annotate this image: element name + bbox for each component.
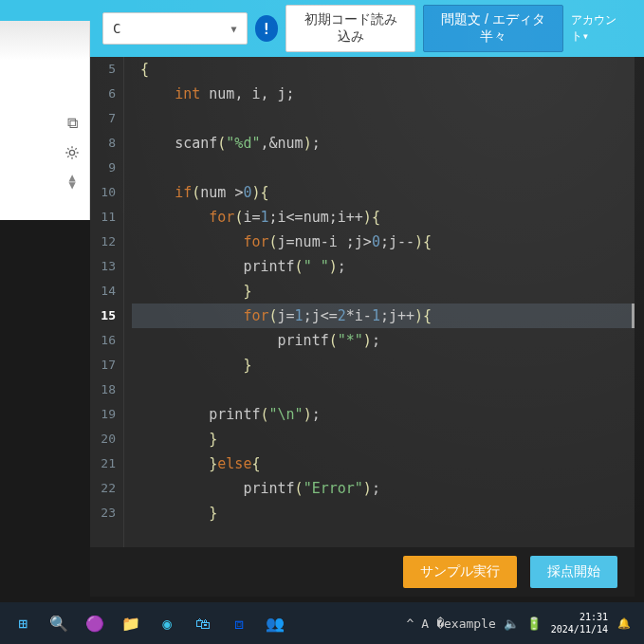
code-line[interactable]: }	[132, 353, 635, 377]
line-number: 20	[90, 427, 116, 451]
code-line[interactable]: }	[132, 501, 635, 525]
dropbox-icon[interactable]: ⧈	[226, 610, 252, 636]
line-number: 21	[90, 451, 116, 476]
search-icon[interactable]: 🔍	[46, 610, 72, 636]
teams-icon[interactable]: 👥	[262, 610, 288, 636]
taskbar-right: ^ A �example 🔈 🔋 21:31 2024/11/14 🔔	[407, 611, 645, 635]
code-line[interactable]: {	[132, 57, 635, 82]
ime-indicator[interactable]: A	[421, 616, 429, 631]
exclamation-icon: !	[262, 20, 271, 38]
taskbar-left: ⊞ 🔍 🟣 📁 ◉ 🛍 ⧈ 👥	[0, 610, 288, 636]
topbar-right: アカウント▾	[571, 12, 635, 45]
code-line[interactable]	[132, 106, 635, 131]
code-line[interactable]	[132, 377, 635, 402]
line-number: 16	[90, 328, 116, 353]
code-line[interactable]: printf("\n");	[132, 402, 635, 427]
code-line[interactable]: for(j=1;j<=2*i-1;j++){	[132, 304, 635, 328]
copilot-icon[interactable]: 🟣	[82, 610, 108, 636]
popout-icon[interactable]: ⧉	[67, 114, 78, 132]
code-line[interactable]: if(num >0){	[132, 180, 635, 205]
code-line[interactable]: printf("*");	[132, 328, 635, 353]
line-number: 9	[90, 156, 116, 180]
code-line[interactable]: scanf("%d",&num);	[132, 131, 635, 156]
windows-start-icon[interactable]: ⊞	[9, 610, 36, 636]
code-line[interactable]: int num, i, j;	[132, 82, 635, 106]
tray-chevron-icon[interactable]: ^	[407, 616, 414, 631]
line-number: 23	[90, 501, 116, 525]
notification-icon[interactable]: 🔔	[617, 617, 631, 630]
line-number: 15	[90, 304, 116, 328]
line-number: 10	[90, 180, 116, 205]
date-text: 2024/11/14	[551, 623, 608, 635]
line-number: 13	[90, 254, 116, 279]
explorer-icon[interactable]: 📁	[118, 610, 144, 636]
language-select[interactable]: C ▼	[102, 12, 248, 45]
line-number: 22	[90, 476, 116, 501]
edge-icon[interactable]: ◉	[154, 610, 180, 636]
line-number: 8	[90, 131, 116, 156]
svg-point-0	[69, 150, 74, 155]
code-line[interactable]: for(j=num-i ;j>0;j--){	[132, 230, 635, 254]
code-line[interactable]: printf(" ");	[132, 254, 635, 279]
start-grading-button[interactable]: 採点開始	[530, 556, 617, 588]
resize-arrows-icon[interactable]: ▲▼	[68, 174, 75, 189]
code-editor: 567891011121314151617181920212223 { int …	[90, 57, 635, 597]
code-line[interactable]	[132, 156, 635, 180]
code-area[interactable]: 567891011121314151617181920212223 { int …	[90, 57, 635, 547]
chevron-down-icon: ▼	[230, 24, 236, 34]
clock[interactable]: 21:31 2024/11/14	[551, 611, 608, 635]
line-number: 11	[90, 205, 116, 230]
load-initial-code-button[interactable]: 初期コード読み込み	[285, 5, 415, 52]
battery-icon[interactable]: 🔋	[526, 616, 542, 631]
code-line[interactable]: }	[132, 279, 635, 304]
code-lines[interactable]: { int num, i, j; scanf("%d",&num); if(nu…	[124, 57, 635, 547]
line-number: 14	[90, 279, 116, 304]
line-number: 5	[90, 57, 116, 82]
line-number: 17	[90, 353, 116, 377]
time-text: 21:31	[551, 611, 608, 623]
account-menu[interactable]: アカウント▾	[571, 12, 627, 45]
line-number: 7	[90, 106, 116, 131]
volume-icon[interactable]: 🔈	[504, 616, 519, 631]
code-line[interactable]: }	[132, 427, 635, 451]
code-line[interactable]: }else{	[132, 451, 635, 476]
system-tray[interactable]: ^ A �example 🔈 🔋	[407, 616, 542, 631]
wifi-icon[interactable]: �example	[436, 616, 496, 631]
line-number: 19	[90, 402, 116, 427]
left-panel: ⧉ ▲▼	[0, 21, 90, 220]
store-icon[interactable]: 🛍	[190, 610, 216, 636]
language-value: C	[113, 21, 120, 36]
sun-icon[interactable]	[64, 145, 80, 160]
windows-taskbar: ⊞ 🔍 🟣 📁 ◉ 🛍 ⧈ 👥 ^ A �example 🔈 🔋 21:31 2…	[0, 602, 644, 644]
topbar: C ▼ ! 初期コード読み込み 問題文 / エディタ半々 アカウント▾	[0, 0, 644, 57]
line-number: 12	[90, 230, 116, 254]
editor-actions: サンプル実行 採点開始	[90, 547, 635, 597]
code-line[interactable]: for(i=1;i<=num;i++){	[132, 205, 635, 230]
warning-badge[interactable]: !	[255, 15, 279, 42]
split-view-button[interactable]: 問題文 / エディタ半々	[423, 5, 562, 52]
line-number: 6	[90, 82, 116, 106]
sample-run-button[interactable]: サンプル実行	[403, 556, 517, 588]
line-number: 18	[90, 377, 116, 402]
code-line[interactable]: printf("Error");	[132, 476, 635, 501]
line-gutter: 567891011121314151617181920212223	[90, 57, 124, 547]
